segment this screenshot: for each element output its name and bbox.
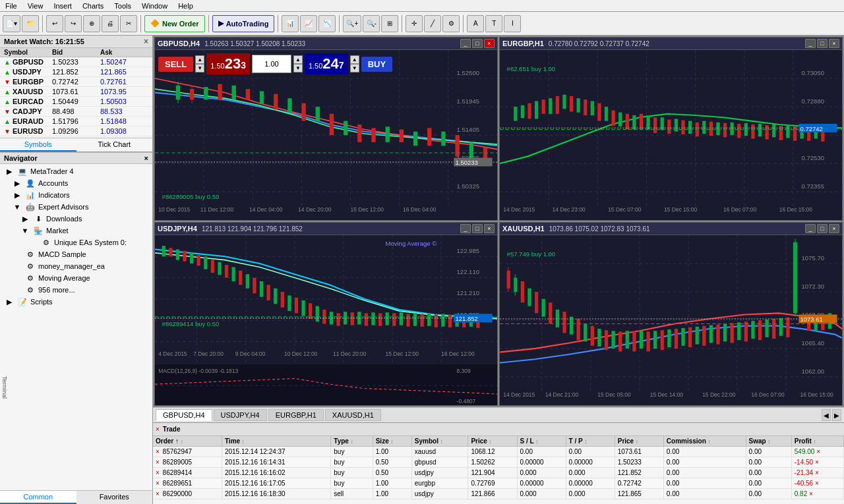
menu-insert[interactable]: Insert xyxy=(48,2,77,10)
toolbar-btn-5[interactable]: ✂ xyxy=(120,15,137,32)
buy-up[interactable]: ▲ xyxy=(350,55,359,64)
toolbar-crosshair[interactable]: ✛ xyxy=(406,15,423,32)
buy-dn[interactable]: ▼ xyxy=(350,64,359,72)
toolbar-chart-1[interactable]: 📊 xyxy=(282,15,299,32)
chart-gbpusd-maximize[interactable]: □ xyxy=(472,39,483,48)
tab-scroll-left[interactable]: ◀ xyxy=(822,409,831,421)
sell-up[interactable]: ▲ xyxy=(195,55,204,64)
order-close-btn[interactable]: × xyxy=(156,469,160,476)
order-row-85762947[interactable]: × 85762947 2015.12.14 12:24:37 buy 1.00 … xyxy=(153,447,844,457)
market-watch-close[interactable]: × xyxy=(144,37,148,46)
menu-tools[interactable]: Tools xyxy=(109,2,136,10)
sell-dn[interactable]: ▼ xyxy=(195,64,204,72)
toolbar-zoom-all[interactable]: ⊞ xyxy=(381,15,398,32)
menu-window[interactable]: Window xyxy=(136,2,173,10)
toolbar-btn-3[interactable]: ⊕ xyxy=(83,15,100,32)
toolbar-btn-redo[interactable]: ↪ xyxy=(65,15,82,32)
col-price[interactable]: Price xyxy=(468,436,517,447)
market-row-eurcad[interactable]: ▲ EURCAD 1.50449 1.50503 xyxy=(0,97,152,107)
chart-gbpusd-minimize[interactable]: _ xyxy=(460,39,471,48)
toolbar-extra-2[interactable]: T xyxy=(485,15,502,32)
order-row-86289651[interactable]: × 86289651 2015.12.16 16:17:05 buy 1.00 … xyxy=(153,478,844,489)
order-close-btn[interactable]: × xyxy=(156,490,160,497)
order-row-86290000[interactable]: × 86290000 2015.12.16 16:18:30 sell 1.00… xyxy=(153,489,844,499)
close-icon[interactable]: × xyxy=(156,426,160,433)
order-close-btn[interactable]: × xyxy=(156,480,160,487)
order-close-x[interactable]: × xyxy=(815,469,819,476)
toolbar-extra-1[interactable]: A xyxy=(467,15,484,32)
market-row-usdjpy[interactable]: ▲ USDJPY 121.852 121.865 xyxy=(0,67,152,77)
market-row-eurgbp[interactable]: ▼ EURGBP 0.72742 0.72761 xyxy=(0,77,152,87)
col-type[interactable]: Type xyxy=(331,436,373,447)
col-order[interactable]: Order ↑ xyxy=(153,436,222,447)
menu-charts[interactable]: Charts xyxy=(77,2,109,10)
chart-tab-xauusd[interactable]: XAUUSD,H1 xyxy=(325,409,381,421)
lot-up[interactable]: ▲ xyxy=(293,55,303,64)
chart-gbpusd-close[interactable]: × xyxy=(484,39,495,48)
toolbar-btn-undo[interactable]: ↩ xyxy=(46,15,63,32)
buy-button[interactable]: BUY xyxy=(361,57,392,72)
sell-button[interactable]: SELL xyxy=(158,57,193,72)
order-close-btn[interactable]: × xyxy=(156,448,160,455)
auto-trading-button[interactable]: ▶ AutoTrading xyxy=(212,15,275,32)
chart-tab-gbpusd[interactable]: GBPUSD,H4 xyxy=(156,409,212,421)
col-swap[interactable]: Swap xyxy=(746,436,791,447)
chart-usdjpy-close[interactable]: × xyxy=(484,224,495,233)
menu-view[interactable]: View xyxy=(22,2,49,10)
new-order-button[interactable]: 🔶 New Order xyxy=(144,15,205,32)
nav-item-indicators[interactable]: ▶ 📊 Indicators xyxy=(0,189,152,201)
toolbar-zoom-out[interactable]: 🔍- xyxy=(363,15,380,32)
lot-dn[interactable]: ▼ xyxy=(293,64,303,72)
lot-size-input[interactable] xyxy=(252,55,291,73)
order-row-86289414[interactable]: × 86289414 2015.12.16 16:16:02 buy 0.50 … xyxy=(153,468,844,478)
col-tp[interactable]: T / P xyxy=(566,436,615,447)
order-close-x[interactable]: × xyxy=(809,490,813,497)
nav-item-accounts[interactable]: ▶ 👤 Accounts xyxy=(0,177,152,189)
chart-eurgbp-maximize[interactable]: □ xyxy=(817,39,828,48)
chart-eurgbp-close[interactable]: × xyxy=(829,39,839,48)
nav-item-downloads[interactable]: ▶ ⬇ Downloads xyxy=(0,213,152,225)
nav-item-metatrader-4[interactable]: ▶ 💻 MetaTrader 4 xyxy=(0,165,152,177)
tab-tick-chart[interactable]: Tick Chart xyxy=(76,138,153,152)
order-row-86289005[interactable]: × 86289005 2015.12.16 16:14:31 buy 0.50 … xyxy=(153,457,844,468)
nav-item-moving-average[interactable]: ⚙ Moving Average xyxy=(0,272,152,284)
chart-xauusd-close[interactable]: × xyxy=(829,224,839,233)
nav-item-expert-advisors[interactable]: ▼ 🤖 Expert Advisors xyxy=(0,201,152,213)
nav-item-scripts[interactable]: ▶ 📝 Scripts xyxy=(0,296,152,308)
market-row-cadjpy[interactable]: ▼ CADJPY 88.498 88.533 xyxy=(0,107,152,117)
chart-usdjpy-minimize[interactable]: _ xyxy=(460,224,471,233)
toolbar-btn-2[interactable]: 📁 xyxy=(22,15,39,32)
nav-item-unique-eas-system-0:[interactable]: ⚙ Unique EAs System 0: xyxy=(0,237,152,248)
order-close-x[interactable]: × xyxy=(816,448,820,455)
col-profit[interactable]: Profit xyxy=(791,436,843,447)
chart-usdjpy-maximize[interactable]: □ xyxy=(472,224,483,233)
nav-item-956-more...[interactable]: ⚙ 956 more... xyxy=(0,284,152,296)
chart-xauusd-minimize[interactable]: _ xyxy=(805,224,816,233)
chart-xauusd-maximize[interactable]: □ xyxy=(817,224,828,233)
nav-item-market[interactable]: ▼ 🏪 Market xyxy=(0,225,152,237)
chart-eurgbp-minimize[interactable]: _ xyxy=(805,39,816,48)
toolbar-settings[interactable]: ⚙ xyxy=(442,15,460,32)
toolbar-line[interactable]: ╱ xyxy=(424,15,441,32)
toolbar-btn-4[interactable]: 🖨 xyxy=(102,15,119,32)
tab-symbols[interactable]: Symbols xyxy=(0,138,76,152)
market-row-eurusd[interactable]: ▼ EURUSD 1.09296 1.09308 xyxy=(0,126,152,136)
order-close-btn[interactable]: × xyxy=(156,459,160,466)
col-time[interactable]: Time xyxy=(222,436,330,447)
menu-help[interactable]: Help xyxy=(173,2,198,10)
nav-tab-common[interactable]: Common xyxy=(0,491,76,504)
nav-item-money_manager_ea[interactable]: ⚙ money_manager_ea xyxy=(0,260,152,272)
col-cur-price[interactable]: Price xyxy=(615,436,663,447)
col-size[interactable]: Size xyxy=(373,436,411,447)
toolbar-zoom-in[interactable]: 🔍+ xyxy=(343,15,361,32)
toolbar-chart-2[interactable]: 📈 xyxy=(300,15,317,32)
toolbar-extra-3[interactable]: I xyxy=(504,15,521,32)
chart-tab-usdjpy[interactable]: USDJPY,H4 xyxy=(214,409,267,421)
nav-item-macd-sample[interactable]: ⚙ MACD Sample xyxy=(0,248,152,260)
tab-scroll-right[interactable]: ▶ xyxy=(832,409,841,421)
toolbar-btn-1[interactable]: 📄▾ xyxy=(3,15,20,32)
market-row-gbpusd[interactable]: ▲ GBPUSD 1.50233 1.50247 xyxy=(0,57,152,67)
col-commission[interactable]: Commission xyxy=(663,436,746,447)
order-close-x[interactable]: × xyxy=(815,480,819,487)
order-close-x[interactable]: × xyxy=(815,459,819,466)
